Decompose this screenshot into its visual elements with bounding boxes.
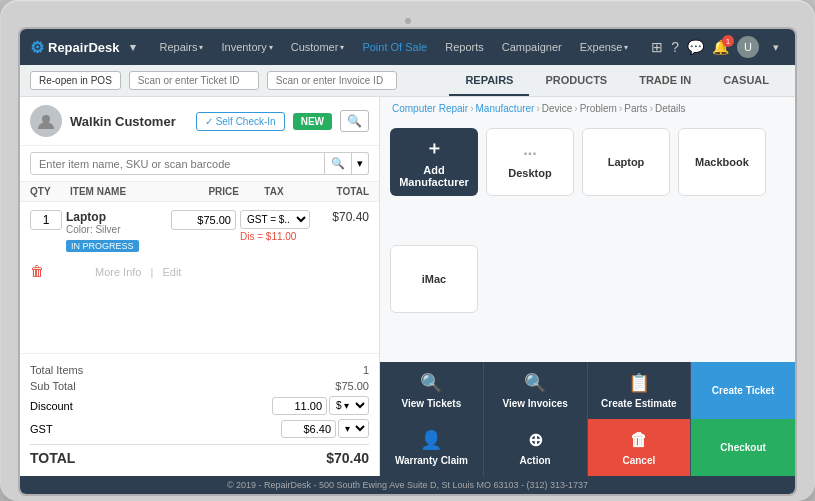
nav-inventory[interactable]: Inventory ▾ <box>215 37 278 57</box>
th-total: TOTAL <box>309 186 369 197</box>
customer-search-button[interactable]: 🔍 <box>340 110 369 132</box>
notification-badge: 1 <box>722 35 734 47</box>
discount-row: Discount $ ▾ <box>30 394 369 417</box>
main-content: Walkin Customer ✓ Self Check-In NEW 🔍 🔍 … <box>20 97 795 476</box>
brand-caret[interactable]: ▾ <box>124 37 142 58</box>
cat-desktop[interactable]: ··· Desktop <box>486 128 574 196</box>
warranty-claim-button[interactable]: 👤 Warranty Claim <box>380 419 484 476</box>
total-items-label: Total Items <box>30 364 83 376</box>
self-checkin-button[interactable]: ✓ Self Check-In <box>196 112 285 131</box>
nav-expense-caret: ▾ <box>624 43 628 52</box>
help-icon-btn[interactable]: ? <box>671 39 679 55</box>
search-button[interactable]: 🔍 <box>325 152 352 175</box>
chat-icon-btn[interactable]: 💬 <box>687 39 704 55</box>
cat-imac-label: iMac <box>422 273 446 285</box>
create-estimate-button[interactable]: 📋 Create Estimate <box>588 362 692 419</box>
view-invoices-button[interactable]: 🔍 View Invoices <box>484 362 588 419</box>
more-info-link[interactable]: More Info | Edit <box>50 262 184 278</box>
tab-products[interactable]: PRODUCTS <box>529 65 623 96</box>
nav-repairs[interactable]: Repairs ▾ <box>154 37 210 57</box>
nav-inventory-caret: ▾ <box>269 43 273 52</box>
price-input[interactable] <box>171 210 236 230</box>
more-icon: ··· <box>523 145 536 163</box>
camera-dot <box>405 18 411 24</box>
view-tickets-button[interactable]: 🔍 View Tickets <box>380 362 484 419</box>
footer-text: © 2019 - RepairDesk - 500 South Ewing Av… <box>227 480 588 490</box>
delete-icon[interactable]: 🗑 <box>30 263 44 279</box>
view-invoices-icon: 🔍 <box>524 372 546 394</box>
totals-section: Total Items 1 Sub Total $75.00 Discount … <box>20 353 379 476</box>
cat-add-manufacturer[interactable]: ＋ Add Manufacturer <box>390 128 478 196</box>
item-color: Color: Silver <box>66 224 162 235</box>
search-dropdown-button[interactable]: ▾ <box>352 152 369 175</box>
item-search-input[interactable] <box>30 152 325 175</box>
cat-mackbook[interactable]: Mackbook <box>678 128 766 196</box>
top-nav: ⚙ RepairDesk ▾ Repairs ▾ Inventory ▾ Cus… <box>20 29 795 65</box>
action-button[interactable]: ⊕ Action <box>484 419 588 476</box>
th-tax: TAX <box>239 186 309 197</box>
breadcrumb-parts: Parts <box>624 103 647 114</box>
avatar-caret[interactable]: ▾ <box>767 37 785 58</box>
checkout-button[interactable]: Checkout <box>691 419 795 476</box>
table-row: Laptop Color: Silver IN PROGRESS GST = $… <box>30 210 369 253</box>
breadcrumb-computer-repair[interactable]: Computer Repair <box>392 103 468 114</box>
total-items-row: Total Items 1 <box>30 362 369 378</box>
item-total: $70.40 <box>314 210 369 224</box>
warranty-claim-icon: 👤 <box>420 429 442 451</box>
grand-total-label: TOTAL <box>30 450 75 466</box>
grid-icon-btn[interactable]: ⊞ <box>651 39 663 55</box>
item-details: Laptop Color: Silver IN PROGRESS <box>66 210 162 253</box>
nav-expense[interactable]: Expense ▾ <box>574 37 635 57</box>
nav-campaigner[interactable]: Campaigner <box>496 37 568 57</box>
category-grid: ＋ Add Manufacturer ··· Desktop Laptop Ma… <box>380 120 795 362</box>
th-price: PRICE <box>169 186 239 197</box>
bell-icon-btn[interactable]: 🔔 1 <box>712 39 729 55</box>
nav-pos[interactable]: Point Of Sale <box>356 37 433 57</box>
tab-casual[interactable]: CASUAL <box>707 65 785 96</box>
nav-repairs-caret: ▾ <box>199 43 203 52</box>
customer-name: Walkin Customer <box>70 114 188 129</box>
create-estimate-icon: 📋 <box>628 372 650 394</box>
qty-input[interactable] <box>30 210 62 230</box>
item-status-badge: IN PROGRESS <box>66 240 139 252</box>
laptop-screen: ⚙ RepairDesk ▾ Repairs ▾ Inventory ▾ Cus… <box>18 27 797 496</box>
nav-customer[interactable]: Customer ▾ <box>285 37 351 57</box>
gst-select[interactable]: ▾ <box>338 419 369 438</box>
create-ticket-button[interactable]: Create Ticket <box>691 362 795 419</box>
items-section: Laptop Color: Silver IN PROGRESS GST = $… <box>20 202 379 353</box>
th-qty: QTY <box>30 186 70 197</box>
tab-repairs[interactable]: REPAIRS <box>449 65 529 96</box>
reopen-pos-button[interactable]: Re-open in POS <box>30 71 121 90</box>
discount-input[interactable] <box>272 397 327 415</box>
brand-logo[interactable]: ⚙ RepairDesk ▾ <box>30 37 142 58</box>
user-avatar[interactable]: U <box>737 36 759 58</box>
breadcrumb-manufacturer[interactable]: Manufacturer <box>476 103 535 114</box>
tax-select[interactable]: GST = $... <box>240 210 310 229</box>
action-icon: ⊕ <box>528 429 543 451</box>
new-button[interactable]: NEW <box>293 113 332 130</box>
svg-point-0 <box>42 115 50 123</box>
brand-name: RepairDesk <box>48 40 120 55</box>
checkin-icon: ✓ <box>205 116 213 127</box>
action-row-1: 🔍 View Tickets 🔍 View Invoices 📋 Create … <box>380 362 795 419</box>
cancel-icon: 🗑 <box>630 430 648 451</box>
cat-imac[interactable]: iMac <box>390 245 478 313</box>
cat-laptop-label: Laptop <box>608 156 645 168</box>
breadcrumb-device: Device <box>542 103 573 114</box>
ticket-id-input[interactable] <box>129 71 259 90</box>
invoice-id-input[interactable] <box>267 71 397 90</box>
nav-reports[interactable]: Reports <box>439 37 490 57</box>
cat-laptop[interactable]: Laptop <box>582 128 670 196</box>
cancel-button[interactable]: 🗑 Cancel <box>588 419 692 476</box>
left-panel: Walkin Customer ✓ Self Check-In NEW 🔍 🔍 … <box>20 97 380 476</box>
grand-total-value: $70.40 <box>326 450 369 466</box>
cat-mackbook-label: Mackbook <box>695 156 749 168</box>
th-item-name: ITEM NAME <box>70 186 169 197</box>
gst-input[interactable] <box>281 420 336 438</box>
breadcrumb: Computer Repair › Manufacturer › Device … <box>380 97 795 120</box>
avatar <box>30 105 62 137</box>
subtotal-value: $75.00 <box>335 380 369 392</box>
right-panel: Computer Repair › Manufacturer › Device … <box>380 97 795 476</box>
discount-type-select[interactable]: $ ▾ <box>329 396 369 415</box>
tab-trade-in[interactable]: TRADE IN <box>623 65 707 96</box>
